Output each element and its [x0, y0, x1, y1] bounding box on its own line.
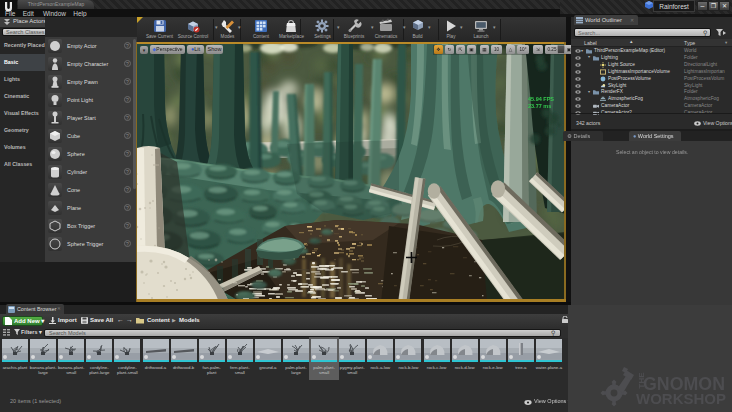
svg-text:WORKSHOP: WORKSHOP — [636, 391, 726, 407]
